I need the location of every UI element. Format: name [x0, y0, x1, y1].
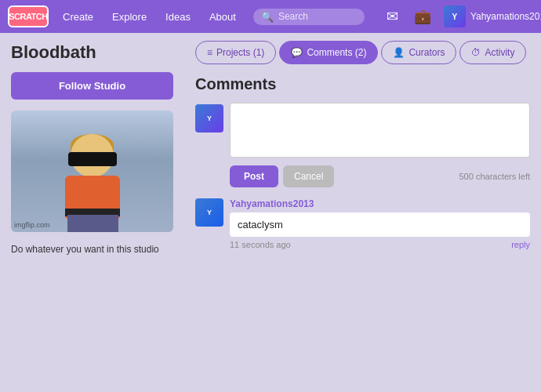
- studio-thumbnail: imgflip.com: [11, 111, 173, 232]
- curators-icon: 👤: [393, 47, 405, 58]
- current-user-avatar: Y: [195, 104, 223, 132]
- nav-about[interactable]: About: [205, 8, 241, 26]
- tab-comments-label: Comments (2): [307, 47, 366, 58]
- comment-text: cataclysm: [230, 212, 530, 237]
- search-icon: 🔍: [261, 11, 274, 23]
- tab-comments[interactable]: 💬 Comments (2): [279, 41, 378, 64]
- kid-glasses: [68, 152, 117, 166]
- char-count: 500 characters left: [459, 172, 531, 181]
- tab-projects-label: Projects (1): [216, 47, 264, 58]
- tab-activity[interactable]: ⏱ Activity: [459, 41, 526, 64]
- avatar: Y: [444, 5, 466, 27]
- projects-icon: ≡: [207, 47, 212, 58]
- comment-timestamp: 11 seconds ago: [230, 240, 291, 249]
- commenter-avatar: Y: [195, 198, 223, 227]
- tab-curators-label: Curators: [408, 47, 445, 58]
- image-credit: imgflip.com: [14, 221, 50, 229]
- comment-textarea[interactable]: [230, 103, 530, 158]
- post-button[interactable]: Post: [230, 165, 278, 187]
- activity-icon: ⏱: [471, 47, 481, 58]
- nav-explore[interactable]: Explore: [107, 8, 151, 26]
- comment-meta: 11 seconds ago reply: [230, 240, 530, 249]
- main-container: Bloodbath Follow Studio imgflip.com Do w…: [0, 33, 541, 392]
- navbar: SCRATCH Create Explore Ideas About 🔍 ✉ 💼…: [0, 0, 541, 33]
- comment-body: Yahyamations2013 cataclysm 11 seconds ag…: [230, 198, 530, 249]
- scratch-logo[interactable]: SCRATCH: [8, 5, 49, 27]
- comments-section-title: Comments: [195, 75, 530, 93]
- sidebar: Bloodbath Follow Studio imgflip.com Do w…: [0, 33, 184, 392]
- studio-title: Bloodbath: [11, 42, 173, 63]
- tabs: ≡ Projects (1) 💬 Comments (2) 👤 Curators…: [195, 41, 530, 64]
- tab-projects[interactable]: ≡ Projects (1): [195, 41, 276, 64]
- tab-curators[interactable]: 👤 Curators: [381, 41, 456, 64]
- search-bar[interactable]: 🔍: [253, 9, 365, 25]
- messages-icon[interactable]: ✉: [383, 6, 401, 27]
- portfolio-icon[interactable]: 💼: [411, 6, 434, 27]
- comment-entry: Y Yahyamations2013 cataclysm 11 seconds …: [195, 198, 530, 249]
- studio-description: Do whatever you want in this studio: [11, 243, 173, 256]
- comment-username[interactable]: Yahyamations2013: [230, 198, 530, 209]
- comment-actions: Post Cancel 500 characters left: [230, 165, 530, 187]
- studio-image-figure: [53, 130, 132, 232]
- kid-legs: [67, 215, 118, 232]
- cancel-button[interactable]: Cancel: [283, 165, 334, 187]
- nav-ideas[interactable]: Ideas: [161, 8, 195, 26]
- search-input[interactable]: [278, 11, 357, 22]
- comments-icon: 💬: [291, 47, 303, 58]
- reply-link[interactable]: reply: [511, 240, 530, 249]
- follow-studio-button[interactable]: Follow Studio: [11, 72, 173, 100]
- username-label: Yahyamations2013: [470, 11, 541, 22]
- tab-activity-label: Activity: [485, 47, 514, 58]
- content-area: ≡ Projects (1) 💬 Comments (2) 👤 Curators…: [184, 33, 541, 392]
- user-menu[interactable]: Y Yahyamations2013 ▼: [444, 5, 541, 27]
- comment-input-row: Y: [195, 103, 530, 158]
- nav-create[interactable]: Create: [58, 8, 98, 26]
